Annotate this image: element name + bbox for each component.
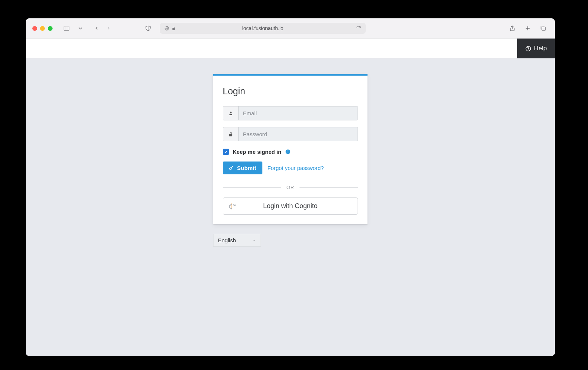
email-field[interactable] [239,106,358,120]
chevron-down-icon [252,238,256,242]
password-input-group [223,127,358,141]
submit-label: Submit [237,165,257,171]
email-input-group [223,106,358,120]
keep-signed-in-row[interactable]: Keep me signed in [223,149,358,155]
address-bar[interactable]: local.fusionauth.io [160,23,366,34]
user-icon [223,106,239,120]
keep-signed-in-checkbox[interactable] [223,149,229,155]
divider-label: OR [281,185,300,190]
info-icon[interactable] [285,149,291,155]
share-icon[interactable] [507,23,517,33]
back-button[interactable] [92,23,102,33]
submit-button[interactable]: Submit [223,162,262,174]
page: Help Login [26,39,555,356]
key-icon [229,165,234,171]
forward-button[interactable] [103,23,114,33]
globe-icon [164,26,169,31]
password-field[interactable] [239,127,358,141]
reload-icon[interactable] [356,26,361,31]
login-with-cognito-button[interactable]: Login with Cognito [223,197,358,215]
browser-window: local.fusionauth.io Help [26,18,555,356]
chevron-down-icon[interactable] [75,23,86,33]
language-select[interactable]: English [213,234,261,247]
login-title: Login [223,86,358,97]
divider: OR [223,185,358,190]
action-row: Submit Forgot your password? [223,162,358,174]
svg-point-15 [230,168,232,170]
maximize-window-icon[interactable] [48,26,53,31]
app-topbar: Help [26,39,555,58]
svg-rect-13 [287,151,288,153]
page-canvas: Login Keep me s [26,58,555,356]
forgot-password-link[interactable]: Forgot your password? [268,165,324,171]
window-controls [32,26,53,31]
svg-point-14 [287,150,288,151]
language-selected: English [218,237,236,243]
url-text: local.fusionauth.io [242,25,283,31]
close-window-icon[interactable] [32,26,37,31]
privacy-shield-icon[interactable] [143,23,153,33]
new-tab-icon[interactable] [523,23,533,33]
lock-icon [223,127,239,141]
keep-signed-in-label: Keep me signed in [233,149,282,155]
help-label: Help [534,45,547,52]
idp-button-label: Login with Cognito [263,202,318,210]
help-icon [525,46,531,52]
help-button[interactable]: Help [517,39,555,58]
svg-rect-9 [542,27,545,30]
openid-icon [228,202,236,210]
login-card: Login Keep me s [213,74,368,224]
lock-icon [172,26,176,30]
minimize-window-icon[interactable] [40,26,45,31]
browser-toolbar: local.fusionauth.io [26,18,555,39]
sidebar-toggle-icon[interactable] [61,23,72,33]
svg-rect-0 [64,26,69,30]
tabs-overview-icon[interactable] [538,23,548,33]
svg-point-11 [528,50,528,50]
